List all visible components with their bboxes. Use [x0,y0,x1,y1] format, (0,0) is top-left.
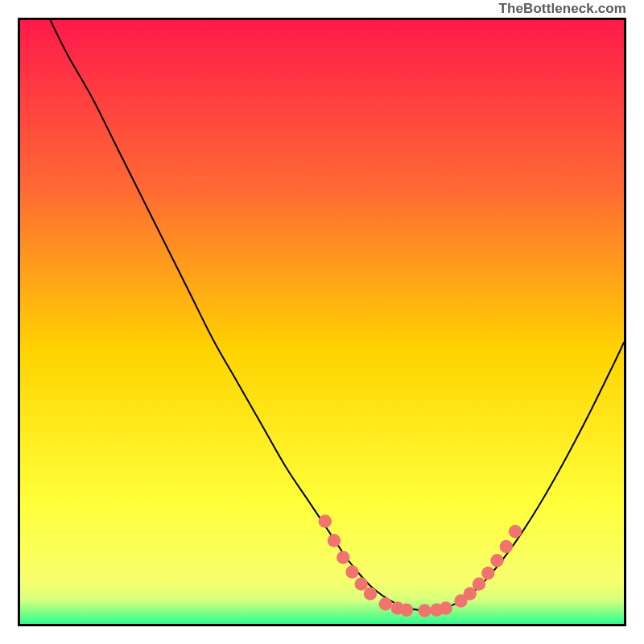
data-marker [400,604,413,617]
plot-frame [18,18,626,626]
data-marker [490,554,503,567]
data-marker [379,597,392,610]
data-marker [473,577,485,590]
data-marker [355,577,368,590]
data-marker [319,514,332,527]
credit-text: TheBottleneck.com [498,0,626,18]
gradient-background [20,20,624,624]
data-marker [345,565,358,578]
data-marker [500,540,513,553]
data-marker [464,587,477,600]
data-marker [336,551,349,564]
data-marker [364,587,377,600]
data-marker [440,601,452,614]
data-marker [418,604,431,617]
data-marker [509,525,522,538]
chart-canvas: TheBottleneck.com [0,0,644,644]
data-marker [481,567,494,580]
plot-svg [20,20,624,624]
data-marker [328,534,341,547]
